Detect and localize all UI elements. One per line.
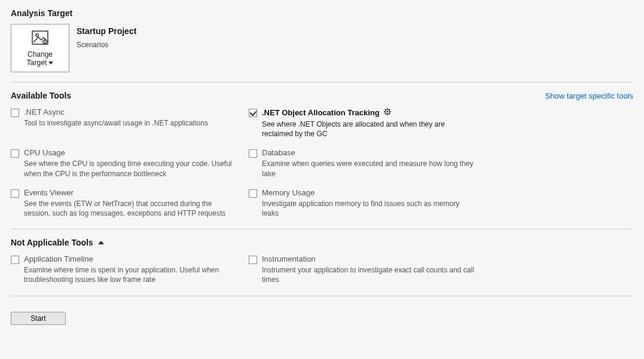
start-button[interactable]: Start [11, 312, 66, 325]
not-applicable-tools-toggle[interactable]: Not Applicable Tools [11, 238, 633, 247]
svg-point-9 [386, 111, 388, 113]
tool-net-object-alloc-title: .NET Object Allocation Tracking [262, 108, 380, 117]
tool-database-desc: Examine when queries were executed and m… [262, 159, 476, 178]
tool-memory-usage-checkbox[interactable] [249, 189, 257, 198]
tool-events-viewer-title: Events Viewer [24, 188, 74, 197]
change-target-label1: Change [28, 50, 53, 59]
svg-point-1 [36, 34, 38, 36]
tool-application-timeline: Application Timeline Examine where time … [11, 254, 238, 284]
tool-application-timeline-title: Application Timeline [24, 254, 93, 263]
tool-net-async-checkbox[interactable] [11, 109, 19, 117]
chevron-up-icon [98, 241, 104, 244]
available-tools-grid: .NET Async Tool to investigate async/awa… [11, 108, 633, 218]
svg-line-16 [384, 113, 385, 114]
tool-memory-usage: Memory Usage Investigate application mem… [249, 188, 476, 218]
project-block: Startup Project Scenarios [77, 24, 136, 49]
tool-database-checkbox[interactable] [249, 149, 257, 158]
tool-database: Database Examine when queries were execu… [249, 148, 476, 178]
image-settings-icon [32, 30, 48, 47]
tool-events-viewer-checkbox[interactable] [11, 189, 19, 198]
svg-line-17 [389, 109, 390, 110]
divider [11, 82, 633, 82]
svg-line-15 [389, 113, 390, 114]
change-target-button[interactable]: Change Target [11, 24, 69, 72]
analysis-target-row: Change Target Startup Project Scenarios [11, 24, 633, 72]
tool-memory-usage-title: Memory Usage [262, 188, 315, 197]
tool-memory-usage-desc: Investigate application memory to find i… [262, 199, 476, 218]
project-title: Startup Project [77, 26, 136, 36]
tool-events-viewer-desc: See the events (ETW or NetTrace) that oc… [24, 199, 238, 218]
available-tools-heading: Available Tools [11, 91, 71, 100]
tool-instrumentation-desc: Instrument your application to investiga… [262, 265, 476, 284]
analysis-target-heading: Analysis Target [11, 8, 633, 18]
tool-instrumentation-checkbox[interactable] [249, 256, 257, 264]
project-subtitle: Scenarios [77, 41, 136, 49]
divider [11, 229, 633, 229]
not-applicable-heading: Not Applicable Tools [11, 238, 93, 247]
tool-cpu-usage: CPU Usage See where the CPU is spending … [11, 148, 238, 178]
change-target-label2-row: Target [27, 59, 53, 67]
show-target-specific-tools-link[interactable]: Show target specific tools [545, 91, 633, 100]
chevron-down-icon [48, 62, 53, 65]
tool-net-object-alloc: .NET Object Allocation Tracking [249, 108, 476, 139]
tool-cpu-usage-title: CPU Usage [24, 148, 65, 157]
not-applicable-tools-grid: Application Timeline Examine where time … [11, 254, 633, 284]
tool-net-async-desc: Tool to investigate async/await usage in… [24, 118, 238, 128]
tool-application-timeline-checkbox[interactable] [11, 256, 19, 264]
svg-point-3 [44, 41, 45, 42]
divider [11, 296, 633, 296]
tool-instrumentation: Instrumentation Instrument your applicat… [249, 254, 476, 284]
tool-net-object-alloc-title-row: .NET Object Allocation Tracking [262, 108, 392, 118]
tool-instrumentation-title: Instrumentation [262, 254, 316, 263]
tool-net-async-title: .NET Async [24, 108, 65, 116]
tool-net-object-alloc-desc: See where .NET Objects are allocated and… [262, 119, 476, 139]
svg-line-14 [384, 109, 385, 110]
tool-database-title: Database [262, 148, 295, 157]
tool-cpu-usage-checkbox[interactable] [11, 149, 19, 158]
change-target-label2: Target [27, 59, 47, 67]
tool-events-viewer: Events Viewer See the events (ETW or Net… [11, 188, 238, 218]
tool-cpu-usage-desc: See where the CPU is spending time execu… [24, 159, 238, 178]
tool-net-async: .NET Async Tool to investigate async/awa… [11, 108, 238, 139]
tool-net-object-alloc-checkbox[interactable] [249, 109, 257, 117]
tool-application-timeline-desc: Examine where time is spent in your appl… [24, 265, 238, 284]
gear-icon[interactable] [383, 108, 392, 118]
